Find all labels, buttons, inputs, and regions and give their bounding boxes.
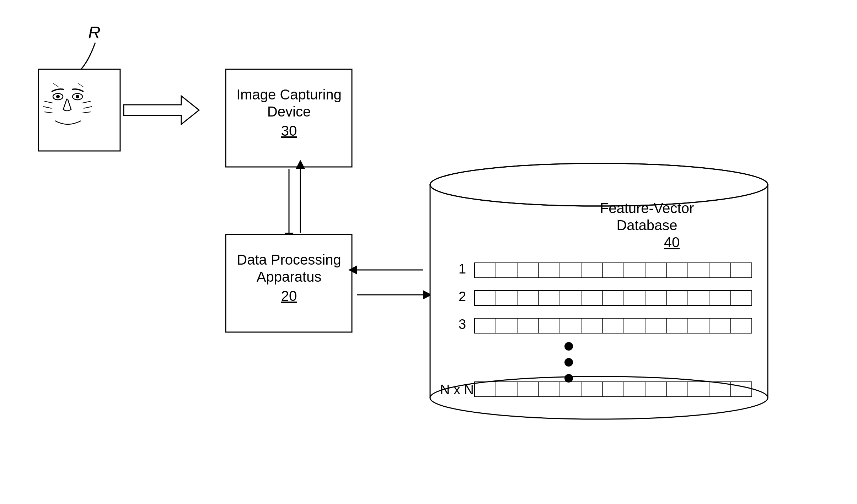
icd-title-line1: Image Capturing [236,87,342,102]
row-label-1: 1 [459,261,466,276]
dpa-title-line1: Data Processing [237,252,341,267]
diagram: R Image Capturing [0,0,857,504]
face-to-icd-arrow [124,96,199,124]
row-label-nxn: N x N [440,382,474,397]
svg-point-3 [56,95,60,98]
icd-number: 30 [281,123,297,139]
dot-2 [564,358,573,367]
dpa-title-line2: Apparatus [257,269,321,284]
svg-point-16 [431,164,767,205]
svg-point-4 [76,95,79,98]
svg-point-15 [430,376,768,419]
fvdb-title-line1: Feature-Vector [600,200,694,216]
dpa-number: 20 [281,288,297,304]
dot-3 [564,374,573,383]
r-label: R [88,23,101,42]
fvdb-number: 40 [664,234,680,250]
face-box [38,69,120,151]
fvdb-title-line2: Database [616,217,677,233]
icd-title-line2: Device [267,104,311,119]
row-label-2: 2 [459,289,466,304]
svg-rect-13 [430,185,768,398]
dot-1 [564,342,573,351]
row-label-3: 3 [459,317,466,332]
